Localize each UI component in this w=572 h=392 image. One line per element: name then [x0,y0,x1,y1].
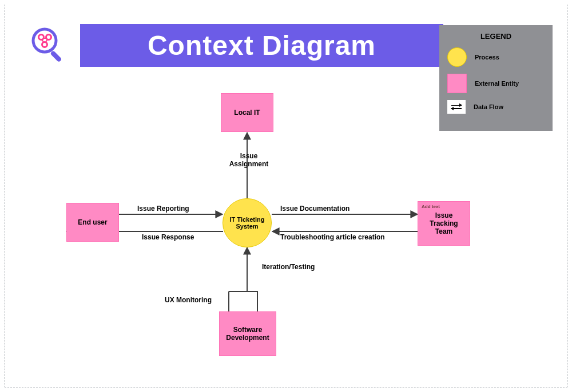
diagram-canvas: IT Ticketing System Local IT End user Ad… [0,0,572,392]
flow-issue-documentation: Issue Documentation [280,205,349,213]
flow-issue-assignment: Issue Assignment [226,152,272,169]
placeholder-note: Add text [422,204,440,209]
flow-issue-response: Issue Response [142,233,194,241]
process-it-ticketing[interactable]: IT Ticketing System [223,198,272,247]
entity-software-dev[interactable]: Software Development [219,311,276,356]
flow-issue-reporting: Issue Reporting [137,205,189,213]
entity-issue-tracking[interactable]: Add text Issue Tracking Team [418,201,470,246]
connectors [0,0,572,392]
flow-ux-monitoring: UX Monitoring [165,296,212,304]
flow-article-creation: Troubleshooting article creation [280,233,385,241]
entity-issue-tracking-label: Issue Tracking Team [420,211,467,235]
entity-local-it[interactable]: Local IT [221,93,273,132]
entity-end-user[interactable]: End user [66,203,119,242]
flow-iteration-testing: Iteration/Testing [262,263,315,271]
